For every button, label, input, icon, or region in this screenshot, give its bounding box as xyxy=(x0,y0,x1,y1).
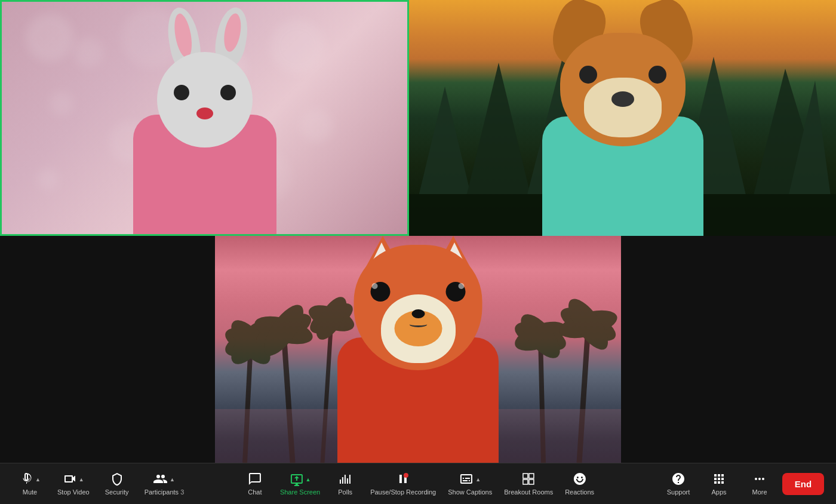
end-label: End xyxy=(795,479,812,489)
toolbar-center: Chat ▲ Share Screen Polls xyxy=(237,468,599,499)
share-screen-chevron: ▲ xyxy=(306,477,311,483)
stop-video-button[interactable]: ▲ Stop Video xyxy=(53,468,94,499)
participants-icon xyxy=(153,472,168,486)
more-label: More xyxy=(752,488,767,496)
toolbar-right: Support Apps More End xyxy=(660,468,824,499)
breakout-rooms-button[interactable]: Breakout Rooms xyxy=(499,468,558,499)
participants-chevron: ▲ xyxy=(170,477,175,483)
mute-button[interactable]: ▲ Mute xyxy=(12,468,48,499)
pause-recording-label: Pause/Stop Recording xyxy=(370,488,436,496)
polls-label: Polls xyxy=(338,488,352,496)
end-button[interactable]: End xyxy=(782,473,824,495)
reactions-button[interactable]: Reactions xyxy=(560,468,599,499)
video-cell-2 xyxy=(409,0,836,236)
captions-icon xyxy=(459,472,474,486)
security-icon xyxy=(110,472,124,486)
support-button[interactable]: Support xyxy=(660,468,696,499)
bottom-video-row xyxy=(0,236,836,463)
video-cell-1 xyxy=(0,0,409,236)
mute-label: Mute xyxy=(23,488,37,496)
toolbar: ▲ Mute ▲ Stop Video Security xyxy=(0,463,836,504)
show-captions-label: Show Captions xyxy=(448,488,492,496)
show-captions-button[interactable]: ▲ Show Captions xyxy=(443,468,497,499)
breakout-rooms-icon xyxy=(521,472,536,486)
avatar-bunny xyxy=(121,31,288,234)
avatar-dog xyxy=(533,15,712,236)
video-cell-3 xyxy=(215,236,621,463)
chat-icon xyxy=(248,472,262,486)
participants-button[interactable]: ▲ Participants 3 xyxy=(140,468,189,499)
stop-video-chevron: ▲ xyxy=(79,477,84,483)
more-icon xyxy=(752,472,767,486)
pause-recording-icon xyxy=(396,472,410,486)
apps-icon xyxy=(712,472,726,486)
share-screen-button[interactable]: ▲ Share Screen xyxy=(275,468,325,499)
breakout-rooms-label: Breakout Rooms xyxy=(504,488,553,496)
toolbar-left: ▲ Mute ▲ Stop Video Security xyxy=(12,468,189,499)
video-area xyxy=(0,0,836,463)
stop-video-label: Stop Video xyxy=(57,488,90,496)
camera-icon xyxy=(63,472,77,486)
participants-label: Participants 3 xyxy=(145,488,185,496)
apps-button[interactable]: Apps xyxy=(701,468,737,499)
avatar-fox xyxy=(325,236,511,463)
reactions-label: Reactions xyxy=(565,488,594,496)
support-icon xyxy=(671,472,686,486)
svg-point-30 xyxy=(404,473,408,478)
polls-icon xyxy=(338,472,352,486)
chat-label: Chat xyxy=(248,488,262,496)
share-screen-icon xyxy=(290,472,304,486)
captions-chevron: ▲ xyxy=(475,477,481,483)
polls-button[interactable]: Polls xyxy=(327,468,363,499)
support-label: Support xyxy=(667,488,690,496)
reactions-icon xyxy=(573,472,587,486)
mute-chevron: ▲ xyxy=(35,477,41,483)
mic-icon xyxy=(19,472,33,486)
top-video-row xyxy=(0,0,836,236)
chat-button[interactable]: Chat xyxy=(237,468,273,499)
apps-label: Apps xyxy=(711,488,726,496)
more-button[interactable]: More xyxy=(742,468,777,499)
share-screen-label: Share Screen xyxy=(280,488,320,496)
pause-recording-button[interactable]: Pause/Stop Recording xyxy=(365,468,441,499)
security-label: Security xyxy=(105,488,129,496)
security-button[interactable]: Security xyxy=(99,468,135,499)
